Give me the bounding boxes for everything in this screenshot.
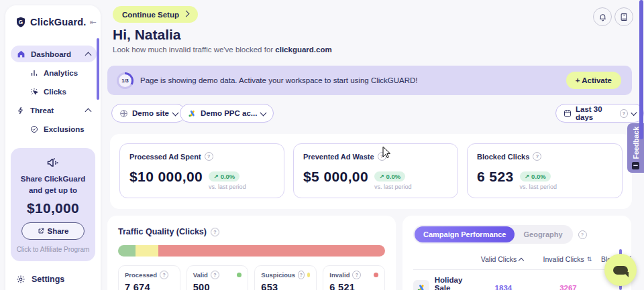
- sidebar-item-settings[interactable]: Settings: [16, 275, 95, 284]
- date-range-selector[interactable]: Last 30 days ?: [555, 104, 644, 123]
- help-icon[interactable]: ?: [298, 271, 305, 279]
- page-scrollbar[interactable]: [639, 0, 643, 139]
- chevron-down-icon: [172, 109, 179, 116]
- documentation-button[interactable]: [614, 7, 633, 26]
- page-subtitle: Look how much invalid traffic we've bloc…: [113, 46, 332, 54]
- ppc-account-label: Demo PPC ac...: [201, 109, 257, 117]
- traffic-card-value: 7 674: [125, 282, 174, 290]
- tab-campaign-performance[interactable]: Campaign Performance: [415, 226, 515, 242]
- traffic-card-label: Processed: [125, 271, 157, 279]
- traffic-quality-panel: Traffic Quality (Clicks)? Processed? 7 6…: [107, 216, 396, 290]
- tab-geography[interactable]: Geography: [515, 226, 571, 242]
- setup-step-counter: 1/3: [119, 74, 131, 87]
- demo-data-banner: 1/3 Page is showing demo data. Activate …: [107, 66, 632, 95]
- valid-clicks-value[interactable]: 1834: [472, 284, 535, 290]
- sidebar-item-threat[interactable]: Threat: [11, 102, 97, 119]
- site-selector[interactable]: Demo site: [111, 104, 186, 123]
- lightning-icon: [17, 106, 25, 115]
- gear-icon: [16, 275, 25, 284]
- suspicious-dot-icon: [307, 273, 311, 277]
- home-icon: [17, 50, 25, 58]
- bell-icon: [598, 13, 607, 21]
- invalid-dot-icon: [374, 273, 378, 277]
- versus-label: vs. last period: [374, 184, 412, 190]
- sort-asc-icon: [519, 257, 524, 263]
- table-row-holiday-sale-campaign[interactable]: Holiday Sale Campaign 1834 3267: [413, 276, 631, 290]
- campaign-table-header: Valid Clicks Invalid Clicks⇅ Blocked Cli…: [413, 255, 631, 263]
- subtitle-text: Look how much invalid traffic we've bloc…: [113, 46, 275, 54]
- valid-dot-icon: [237, 273, 241, 277]
- versus-label: vs. last period: [209, 184, 246, 190]
- sidebar-item-dashboard[interactable]: Dashboard: [11, 46, 97, 62]
- page-title: Hi, Natalia: [113, 27, 181, 43]
- stat-label: Prevented Ad Waste: [303, 153, 374, 161]
- traffic-card-label: Suspicious: [261, 271, 295, 279]
- nav-label: Analytics: [44, 69, 78, 77]
- feedback-label: Feedback: [632, 127, 640, 159]
- bar-segment-invalid: [158, 245, 385, 257]
- help-icon: ?: [620, 109, 628, 118]
- campaign-tabs: Campaign Performance Geography: [413, 225, 573, 244]
- book-icon: [620, 13, 629, 21]
- continue-setup-button[interactable]: Continue Setup: [113, 6, 198, 23]
- globe-icon: [119, 109, 128, 118]
- sidebar-item-exclusions[interactable]: Exclusions: [24, 121, 97, 137]
- help-icon[interactable]: ?: [352, 271, 361, 279]
- traffic-card-value: 6 521: [329, 282, 378, 290]
- notifications-button[interactable]: [593, 7, 612, 26]
- help-icon[interactable]: ?: [211, 271, 219, 279]
- sidebar-item-analytics[interactable]: Analytics: [24, 64, 97, 81]
- sidebar: G ClickGuard. ⇤ Dashboard Analytics: [5, 5, 101, 290]
- chevron-down-icon: [631, 109, 637, 115]
- invalid-clicks-value[interactable]: 3267: [535, 284, 601, 290]
- stat-value: $10 000,00: [129, 169, 203, 184]
- settings-label: Settings: [32, 275, 64, 284]
- help-icon[interactable]: ?: [533, 152, 541, 161]
- sidebar-nav: Dashboard Analytics Clicks Threat: [11, 46, 97, 137]
- column-valid-clicks[interactable]: Valid Clicks: [470, 255, 534, 263]
- help-icon[interactable]: ?: [160, 271, 168, 279]
- help-icon[interactable]: ?: [378, 152, 386, 161]
- nav-label: Clicks: [44, 88, 66, 96]
- continue-setup-label: Continue Setup: [122, 11, 179, 19]
- sort-icon: ⇅: [587, 256, 592, 263]
- ppc-account-selector[interactable]: Demo PPC ac...: [180, 104, 274, 123]
- megaphone-icon: [16, 156, 90, 169]
- traffic-card-value: 500: [193, 282, 242, 290]
- column-invalid-clicks[interactable]: Invalid Clicks⇅: [534, 255, 601, 263]
- change-value: 0.0%: [386, 173, 401, 180]
- stats-panel: Processed Ad Spent? $10 000,00 0.0% vs. …: [110, 134, 632, 209]
- chevron-up-icon: [85, 52, 92, 58]
- trend-badge: 0.0%: [520, 171, 551, 182]
- traffic-quality-title: Traffic Quality (Clicks): [118, 227, 207, 236]
- sidebar-scrollbar[interactable]: [97, 38, 99, 100]
- trend-badge: 0.0%: [374, 171, 405, 182]
- share-button[interactable]: Share: [21, 222, 85, 240]
- external-link-icon: [38, 228, 44, 234]
- feedback-icon: [632, 162, 639, 169]
- traffic-card-suspicious: Suspicious? 653 0.00%: [254, 265, 317, 290]
- chat-icon: [613, 266, 628, 275]
- promo-title: Share ClickGuard and get up to: [16, 173, 90, 197]
- activate-button[interactable]: + Activate: [566, 72, 621, 89]
- help-icon[interactable]: ?: [578, 230, 587, 239]
- promo-amount: $10,000: [16, 200, 90, 216]
- collapse-sidebar-icon[interactable]: ⇤: [90, 17, 97, 27]
- check-circle-icon: [30, 125, 38, 133]
- promo-footer: Click to Affiliate Program: [16, 246, 90, 253]
- traffic-card-invalid: Invalid? 6 521 0.00%: [323, 265, 385, 290]
- stat-value: 6 523: [477, 169, 514, 184]
- help-icon[interactable]: ?: [205, 152, 213, 161]
- sidebar-item-clicks[interactable]: Clicks: [24, 83, 97, 100]
- bar-segment-valid: [118, 245, 136, 257]
- click-icon: [30, 88, 38, 96]
- change-value: 0.0%: [531, 173, 546, 180]
- traffic-card-label: Invalid: [329, 271, 350, 279]
- google-ads-icon: [413, 280, 429, 290]
- share-label: Share: [48, 227, 69, 235]
- affiliate-promo-card[interactable]: Share ClickGuard and get up to $10,000 S…: [11, 148, 95, 261]
- campaign-performance-panel: Campaign Performance Geography ? Valid C…: [402, 216, 631, 290]
- stat-card-prevented-ad-waste: Prevented Ad Waste? $5 000,00 0.0% vs. l…: [293, 143, 458, 198]
- chat-widget-button[interactable]: [604, 254, 637, 286]
- help-icon[interactable]: ?: [211, 228, 219, 236]
